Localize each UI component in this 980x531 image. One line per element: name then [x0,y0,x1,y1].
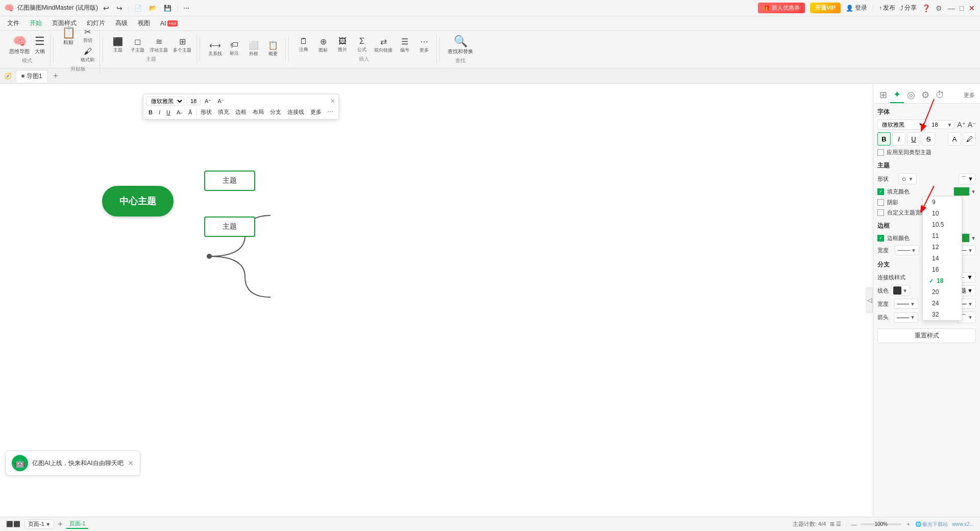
zoom-in-btn[interactable]: ＋ [905,520,911,528]
float-branch-btn[interactable]: 分支 [268,107,283,117]
share-btn[interactable]: ⤴ 分享 [900,4,917,12]
zoom-out-btn[interactable]: — [851,521,856,527]
font-increase-btn[interactable]: A⁺ [957,120,965,129]
shape-selector[interactable]: ○ ▼ [898,173,917,184]
open-file-btn[interactable]: 📂 [147,4,159,13]
new-user-btn[interactable]: 🎁 新人优惠券 [758,3,805,13]
summary-btn[interactable]: 📋 概要 [264,39,282,58]
float-color-btn[interactable]: A- [175,108,184,116]
font-size-24[interactable]: 24 [923,298,962,309]
float-more-btn[interactable]: 更多 [308,107,324,117]
new-file-btn[interactable]: 📄 [132,4,144,13]
float-font-size[interactable]: 18 [186,97,201,105]
underline-btn[interactable]: U [907,132,920,146]
font-decrease-btn[interactable]: A⁻ [968,120,976,129]
login-btn[interactable]: 👤 登录 [846,4,867,12]
float-connection-btn[interactable]: 连接线 [285,107,306,117]
custom-width-checkbox[interactable] [877,209,884,216]
bilink-btn[interactable]: ⇄ 双向链接 [372,36,395,55]
line-color-swatch[interactable] [893,286,901,295]
paste-btn[interactable]: 📋 粘贴 [59,26,78,64]
float-more2-btn[interactable]: ⋯ [326,108,335,116]
float-italic-btn[interactable]: I [157,108,162,116]
panel-tab-style[interactable]: ✦ [890,87,904,103]
maximize-btn[interactable]: □ [958,4,966,12]
line-width-selector[interactable]: —— ▼ [894,299,918,309]
formula-btn[interactable]: Σ 公式 [353,36,371,55]
chat-close-btn[interactable]: ✕ [128,459,134,467]
more-btn[interactable]: ⋯ [181,4,191,13]
float-topic-btn[interactable]: ≋ 浮动主题 [148,36,170,55]
note-btn[interactable]: 🗒 注释 [295,36,313,55]
list-view-icon[interactable]: ☰ [836,521,841,527]
menu-file[interactable]: 文件 [2,18,24,29]
ai-avatar[interactable]: 🤖 [12,455,28,471]
float-shape-btn[interactable]: 形状 [199,107,214,117]
float-fill-btn[interactable]: 填充 [216,107,231,117]
shadow-checkbox[interactable] [877,199,884,206]
multi-topic-btn[interactable]: ⊞ 多个主题 [171,36,193,55]
image-btn[interactable]: 🖼 图片 [333,36,352,55]
undo-btn[interactable]: ↩ [101,3,111,13]
border-width-selector[interactable]: —— ▼ [895,245,919,255]
redo-btn[interactable]: ↪ [114,3,125,13]
save-btn[interactable]: 💾 [162,4,174,13]
topic-btn[interactable]: ⬛ 主题 [109,36,127,55]
font-size-9[interactable]: 9 [923,197,962,208]
fill-color-checkbox[interactable]: ✓ [877,188,884,195]
font-size-18[interactable]: ✓18 [923,275,962,286]
font-size-selector[interactable]: 18 ▼ [928,120,955,129]
arrow-selector[interactable]: —— ▼ [894,312,918,323]
font-size-12[interactable]: 12 [923,242,962,253]
menu-view[interactable]: 视图 [133,18,155,29]
relation-btn[interactable]: ⟷ 关系线 [206,39,224,58]
panel-tab-timeline[interactable]: ⏱ [933,88,948,103]
panel-tab-layout[interactable]: ⊞ [876,87,890,103]
font-size-32[interactable]: 32 [923,309,962,320]
page-1-active[interactable]: 页面-1 [66,519,89,529]
map-outline-btn[interactable]: ⬛⬛ [6,521,20,527]
float-underline-btn[interactable]: U [164,108,173,116]
format-brush-btn[interactable]: 🖌 格式刷 [79,46,96,64]
apply-similar-checkbox[interactable] [877,149,884,156]
tab-diagram1[interactable]: 导图1 [16,70,48,82]
font-color-btn[interactable]: A [948,132,961,146]
vip-btn[interactable]: 开通VIP [810,3,841,13]
annotation-btn[interactable]: 🏷 标注 [225,39,243,58]
topic-node-lower[interactable]: 主题 [204,216,255,237]
reset-style-btn[interactable]: 重置样式 [877,328,976,343]
strikethrough-btn[interactable]: S [922,132,935,146]
font-size-105[interactable]: 10.5 [923,219,962,230]
publish-btn[interactable]: ↑ 发布 [879,4,895,12]
corner-style-btn[interactable]: ⌒ ▼ [959,174,976,184]
panel-more-btn[interactable]: 更多 [962,89,977,101]
icon-btn[interactable]: ⊕ 图标 [314,36,332,55]
settings-btn[interactable]: ⚙ [936,4,942,12]
canvas-area[interactable]: 中心主题 主题 主题 微软雅黑 18 A⁺ A⁻ ✕ B I U [0,84,873,517]
border-color-checkbox[interactable]: ✓ [877,235,884,242]
font-name-select[interactable]: 微软雅黑 [877,119,926,130]
menu-advanced[interactable]: 高级 [110,18,133,29]
font-size-11[interactable]: 11 [923,230,962,242]
cut-btn[interactable]: ✂ 剪切 [79,26,96,45]
float-close-btn[interactable]: ✕ [330,98,335,105]
add-page-btn[interactable]: ＋ [56,519,64,529]
mindmap-mode-btn[interactable]: 🧠 思维导图 [7,35,32,56]
panel-tab-theme[interactable]: ⚙ [918,87,933,103]
fill-color-swatch[interactable] [953,187,970,196]
find-replace-btn[interactable]: 🔍 查找和替换 [446,35,475,56]
float-font-increase[interactable]: A⁺ [203,97,213,106]
italic-btn[interactable]: I [892,132,905,146]
outer-frame-btn[interactable]: ⬜ 外框 [244,39,263,58]
font-size-16[interactable]: 16 [923,264,962,275]
minimize-btn[interactable]: — [947,4,955,12]
page-tab-1[interactable]: 页面-1 ▼ [24,519,54,529]
add-tab-btn[interactable]: ＋ [50,70,61,82]
fill-color-picker[interactable]: ▼ [953,187,976,196]
outline-mode-btn[interactable]: ☰ 大纲 [33,35,47,56]
float-border-btn[interactable]: 边框 [233,107,249,117]
float-layout-btn[interactable]: 布局 [251,107,266,117]
float-highlight-btn[interactable]: Ã [186,108,194,116]
topic-node-upper[interactable]: 主题 [204,171,255,191]
menu-start[interactable]: 开始 [24,18,47,29]
